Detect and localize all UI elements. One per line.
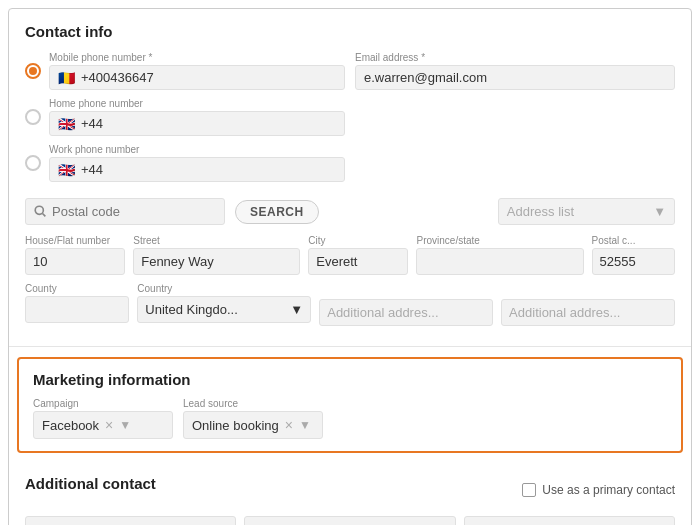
city-field: City Everett bbox=[308, 235, 408, 275]
country-select[interactable]: United Kingdo... ▼ bbox=[137, 296, 311, 323]
mobile-radio[interactable] bbox=[25, 63, 41, 79]
additional1-field: Additional addres... bbox=[319, 283, 493, 326]
svg-line-1 bbox=[43, 214, 46, 217]
country-field: Country United Kingdo... ▼ bbox=[137, 283, 311, 326]
address-list-chevron: ▼ bbox=[653, 204, 666, 219]
city-label: City bbox=[308, 235, 408, 246]
email-value: e.warren@gmail.com bbox=[364, 70, 487, 85]
work-phone-row: Work phone number 🇬🇧 +44 bbox=[25, 144, 345, 182]
home-phone-value: +44 bbox=[81, 116, 103, 131]
primary-contact-label: Use as a primary contact bbox=[542, 483, 675, 497]
country-label: Country bbox=[137, 283, 311, 294]
address-search-row: SEARCH Address list ▼ bbox=[25, 198, 675, 225]
uk-flag-work: 🇬🇧 bbox=[58, 163, 75, 177]
country-chevron: ▼ bbox=[290, 302, 303, 317]
additional2-value[interactable]: Additional addres... bbox=[501, 299, 675, 326]
marketing-fields: Campaign Facebook × ▼ Lead source Online… bbox=[33, 398, 667, 439]
mobile-phone-row: Mobile phone number * 🇷🇴 +400436647 bbox=[25, 52, 345, 90]
address-list-dropdown[interactable]: Address list ▼ bbox=[498, 198, 675, 225]
search-button[interactable]: SEARCH bbox=[235, 200, 319, 224]
country-value: United Kingdo... bbox=[145, 302, 238, 317]
svg-point-0 bbox=[35, 206, 43, 214]
work-phone-label: Work phone number bbox=[49, 144, 345, 155]
campaign-field: Campaign Facebook × ▼ bbox=[33, 398, 173, 439]
mobile-phone-value: +400436647 bbox=[81, 70, 154, 85]
lead-source-clear-icon[interactable]: × bbox=[285, 417, 293, 433]
additional-contact-title: Additional contact bbox=[25, 475, 156, 492]
province-field: Province/state bbox=[416, 235, 583, 275]
address-list-label: Address list bbox=[507, 204, 574, 219]
campaign-chevron-icon[interactable]: ▼ bbox=[119, 418, 131, 432]
lead-source-chevron-icon[interactable]: ▼ bbox=[299, 418, 311, 432]
email-input[interactable]: e.warren@gmail.com bbox=[355, 65, 675, 90]
additional2-field: Additional addres... bbox=[501, 283, 675, 326]
marketing-title: Marketing information bbox=[33, 371, 667, 388]
search-icon bbox=[34, 205, 47, 218]
additional1-value[interactable]: Additional addres... bbox=[319, 299, 493, 326]
contact-info-section: Contact info Mobile phone number * 🇷🇴 +4… bbox=[9, 9, 691, 347]
postal-label: Postal c... bbox=[592, 235, 676, 246]
mobile-phone-input[interactable]: 🇷🇴 +400436647 bbox=[49, 65, 345, 90]
work-phone-value: +44 bbox=[81, 162, 103, 177]
campaign-clear-icon[interactable]: × bbox=[105, 417, 113, 433]
house-label: House/Flat number bbox=[25, 235, 125, 246]
home-phone-label: Home phone number bbox=[49, 98, 345, 109]
additional-email-input[interactable] bbox=[464, 516, 675, 525]
street-label: Street bbox=[133, 235, 300, 246]
primary-contact-checkbox[interactable] bbox=[522, 483, 536, 497]
work-phone-input[interactable]: 🇬🇧 +44 bbox=[49, 157, 345, 182]
lead-source-select[interactable]: Online booking × ▼ bbox=[183, 411, 323, 439]
address-row-1: House/Flat number 10 Street Fenney Way C… bbox=[25, 235, 675, 275]
marketing-section: Marketing information Campaign Facebook … bbox=[17, 357, 683, 453]
contact-info-title: Contact info bbox=[25, 23, 675, 40]
lead-source-value: Online booking bbox=[192, 418, 279, 433]
additional-header: Additional contact Use as a primary cont… bbox=[25, 475, 675, 504]
contact-name-input[interactable] bbox=[244, 516, 455, 525]
street-field: Street Fenney Way bbox=[133, 235, 300, 275]
postal-value[interactable]: 52555 bbox=[592, 248, 676, 275]
county-label: County bbox=[25, 283, 129, 294]
work-radio[interactable] bbox=[25, 155, 41, 171]
additional-contact-section: Additional contact Use as a primary cont… bbox=[9, 463, 691, 525]
campaign-select[interactable]: Facebook × ▼ bbox=[33, 411, 173, 439]
campaign-value: Facebook bbox=[42, 418, 99, 433]
postal-code-search[interactable] bbox=[25, 198, 225, 225]
romania-flag: 🇷🇴 bbox=[58, 71, 75, 85]
house-value[interactable]: 10 bbox=[25, 248, 125, 275]
county-value[interactable] bbox=[25, 296, 129, 323]
house-number-field: House/Flat number 10 bbox=[25, 235, 125, 275]
lead-source-field: Lead source Online booking × ▼ bbox=[183, 398, 323, 439]
mobile-phone-label: Mobile phone number * bbox=[49, 52, 345, 63]
campaign-label: Campaign bbox=[33, 398, 173, 409]
address-row-2: County Country United Kingdo... ▼ Additi… bbox=[25, 283, 675, 326]
relationship-input[interactable] bbox=[25, 516, 236, 525]
additional-contact-fields bbox=[25, 516, 675, 525]
primary-contact-checkbox-row[interactable]: Use as a primary contact bbox=[522, 483, 675, 497]
postal-field: Postal c... 52555 bbox=[592, 235, 676, 275]
home-phone-input[interactable]: 🇬🇧 +44 bbox=[49, 111, 345, 136]
street-value[interactable]: Fenney Way bbox=[133, 248, 300, 275]
county-field: County bbox=[25, 283, 129, 326]
uk-flag-home: 🇬🇧 bbox=[58, 117, 75, 131]
email-label: Email address * bbox=[355, 52, 675, 63]
province-value[interactable] bbox=[416, 248, 583, 275]
home-phone-row: Home phone number 🇬🇧 +44 bbox=[25, 98, 345, 136]
lead-source-label: Lead source bbox=[183, 398, 323, 409]
postal-code-input[interactable] bbox=[52, 204, 216, 219]
city-value[interactable]: Everett bbox=[308, 248, 408, 275]
home-radio[interactable] bbox=[25, 109, 41, 125]
province-label: Province/state bbox=[416, 235, 583, 246]
